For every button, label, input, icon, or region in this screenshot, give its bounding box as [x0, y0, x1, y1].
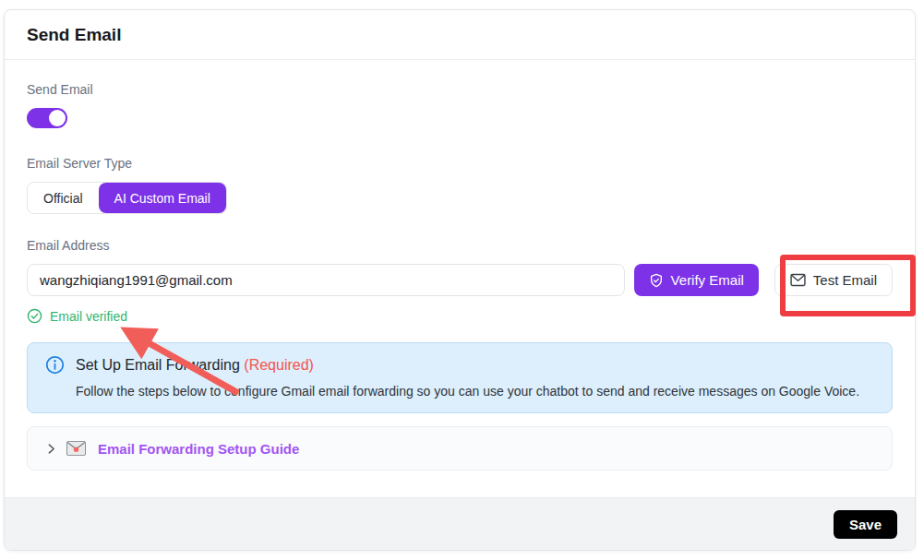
test-email-button[interactable]: Test Email — [774, 264, 893, 296]
info-title: Set Up Email Forwarding (Required) — [76, 357, 314, 374]
server-type-segmented-control: Official AI Custom Email — [27, 182, 227, 214]
segment-official[interactable]: Official — [28, 183, 99, 213]
send-email-panel: Send Email Send Email Email Server Type … — [4, 9, 916, 551]
guide-title: Email Forwarding Setup Guide — [98, 441, 299, 457]
email-verified-text: Email verified — [50, 309, 127, 324]
server-type-label: Email Server Type — [27, 156, 893, 171]
verify-email-label: Verify Email — [671, 272, 744, 288]
email-forwarding-guide-expander[interactable]: Email Forwarding Setup Guide — [27, 426, 893, 471]
verify-email-button[interactable]: Verify Email — [634, 264, 759, 296]
test-email-label: Test Email — [813, 272, 877, 288]
panel-body: Send Email Email Server Type Official AI… — [5, 60, 915, 497]
send-email-toggle-label: Send Email — [27, 82, 893, 97]
save-button[interactable]: Save — [834, 510, 897, 539]
email-address-input[interactable] — [27, 264, 625, 296]
panel-header: Send Email — [5, 10, 915, 60]
email-verified-status: Email verified — [27, 308, 893, 324]
email-row: Verify Email Test Email — [27, 264, 893, 296]
email-forwarding-info-box: Set Up Email Forwarding (Required) Follo… — [27, 342, 893, 413]
email-emoji-icon — [66, 441, 86, 456]
send-email-toggle[interactable] — [27, 108, 67, 128]
info-required-tag: (Required) — [244, 357, 314, 373]
info-body-text: Follow the steps below to configure Gmai… — [45, 384, 874, 399]
page-title: Send Email — [27, 25, 121, 45]
shield-check-icon — [649, 273, 664, 288]
segment-ai-custom-email[interactable]: AI Custom Email — [99, 183, 226, 213]
info-icon — [45, 355, 65, 375]
panel-footer: Save — [5, 497, 915, 550]
envelope-icon — [790, 273, 806, 287]
check-circle-icon — [27, 308, 42, 324]
chevron-right-icon[interactable] — [45, 443, 57, 455]
email-address-label: Email Address — [27, 238, 893, 253]
info-title-text: Set Up Email Forwarding — [76, 357, 240, 373]
info-title-row: Set Up Email Forwarding (Required) — [45, 355, 874, 375]
toggle-knob — [49, 110, 66, 126]
